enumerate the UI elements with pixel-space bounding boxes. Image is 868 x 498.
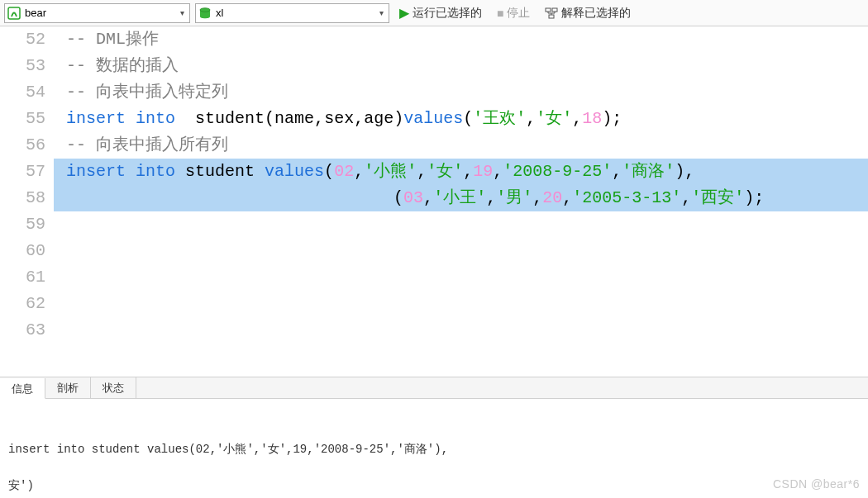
stop-icon: ■ bbox=[497, 7, 503, 20]
output-line bbox=[8, 458, 860, 477]
code-line[interactable] bbox=[54, 211, 868, 238]
stop-label: 停止 bbox=[507, 6, 530, 21]
explain-button[interactable]: 解释已选择的 bbox=[540, 3, 636, 23]
database-value: xl bbox=[214, 7, 374, 19]
code-line[interactable] bbox=[54, 264, 868, 291]
explain-icon bbox=[545, 7, 558, 20]
tab-状态[interactable]: 状态 bbox=[91, 377, 136, 398]
result-tabs: 信息剖析状态 bbox=[0, 377, 868, 399]
play-icon: ▶ bbox=[399, 5, 409, 21]
line-gutter: 525354555657585960616263 bbox=[0, 26, 54, 377]
toolbar: bear ▾ xl ▾ ▶ 运行已选择的 ■ 停止 解释已选择的 bbox=[0, 0, 868, 26]
svg-rect-3 bbox=[546, 8, 551, 12]
watermark: CSDN @bear*6 bbox=[773, 475, 860, 493]
code-line[interactable]: -- DML操作 bbox=[54, 26, 868, 53]
output-line: insert into student values(02,'小熊','女',1… bbox=[8, 440, 860, 458]
database-icon bbox=[196, 4, 214, 22]
explain-label: 解释已选择的 bbox=[561, 6, 631, 21]
svg-rect-4 bbox=[552, 8, 557, 12]
connection-icon bbox=[5, 4, 23, 22]
code-area[interactable]: -- DML操作-- 数据的插入-- 向表中插入特定列insert into s… bbox=[54, 26, 868, 377]
code-line[interactable] bbox=[54, 317, 868, 344]
chevron-down-icon: ▾ bbox=[374, 8, 389, 17]
code-line[interactable] bbox=[54, 238, 868, 264]
stop-button[interactable]: ■ 停止 bbox=[492, 3, 535, 23]
run-label: 运行已选择的 bbox=[413, 6, 482, 21]
output-panel: insert into student values(02,'小熊','女',1… bbox=[0, 399, 868, 498]
chevron-down-icon: ▾ bbox=[174, 8, 189, 17]
tab-信息[interactable]: 信息 bbox=[0, 378, 45, 399]
output-line: > Affected rows: 2 bbox=[8, 495, 860, 498]
output-line: 安') bbox=[8, 477, 860, 495]
code-line[interactable]: (03,'小王','男',20,'2005-3-13','西安'); bbox=[54, 185, 868, 211]
code-line[interactable]: insert into student values(02,'小熊','女',1… bbox=[54, 159, 868, 185]
code-line[interactable] bbox=[54, 291, 868, 317]
code-line[interactable]: -- 向表中插入所有列 bbox=[54, 132, 868, 159]
code-line[interactable]: insert into student(name,sex,age)values(… bbox=[54, 106, 868, 132]
database-dropdown[interactable]: xl ▾ bbox=[195, 3, 389, 23]
code-line[interactable]: -- 向表中插入特定列 bbox=[54, 79, 868, 106]
connection-dropdown[interactable]: bear ▾ bbox=[4, 3, 190, 23]
run-button[interactable]: ▶ 运行已选择的 bbox=[394, 3, 487, 23]
tab-剖析[interactable]: 剖析 bbox=[45, 377, 91, 398]
code-line[interactable]: -- 数据的插入 bbox=[54, 53, 868, 79]
connection-value: bear bbox=[23, 7, 174, 19]
sql-editor[interactable]: 525354555657585960616263 -- DML操作-- 数据的插… bbox=[0, 26, 868, 377]
svg-rect-5 bbox=[549, 15, 554, 18]
